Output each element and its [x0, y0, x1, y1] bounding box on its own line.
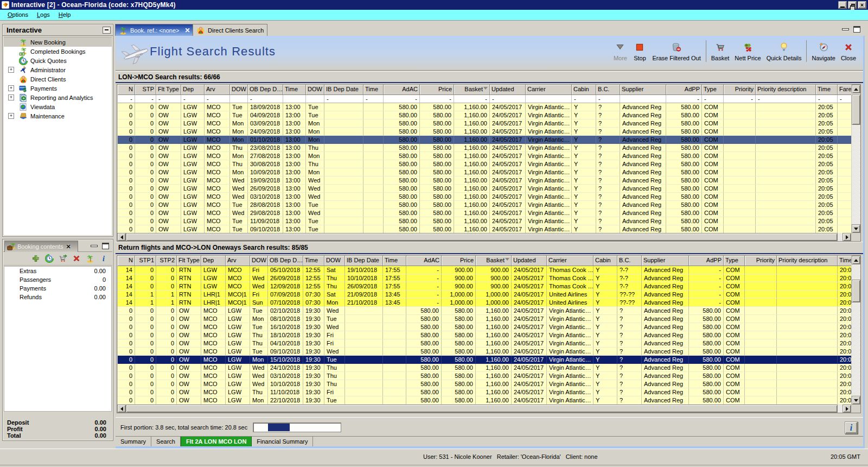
column-header-priority-description[interactable]: Priority description [756, 85, 816, 95]
column-header-time[interactable]: Time [816, 85, 838, 95]
scroll-thumb[interactable] [852, 280, 860, 302]
column-header-type[interactable]: Type [724, 256, 745, 266]
palm-small-icon[interactable] [85, 254, 94, 263]
column-header-supplier[interactable]: Supplier [642, 256, 689, 266]
return-grid-row[interactable]: 000OWMCOLGWMon22/10/201819:30Tue580.0058… [118, 396, 851, 405]
outbound-grid-row[interactable]: 00OWLGWMCOThu30/08/201813:00Thu580.00580… [118, 160, 851, 168]
column-header-updated[interactable]: Updated [512, 256, 547, 266]
scroll-thumb[interactable] [126, 405, 838, 413]
filter-cell[interactable]: - [702, 95, 724, 103]
filter-cell[interactable]: - [420, 95, 454, 103]
sidebar-item-payments[interactable]: + $Payments [4, 84, 112, 93]
filter-cell[interactable]: - [756, 95, 816, 103]
booking-item-passengers[interactable]: Passengers0 [4, 275, 111, 284]
filter-cell[interactable] [306, 95, 324, 103]
scroll-up-button[interactable] [852, 256, 860, 264]
column-header-ib-dep-date[interactable]: IB Dep Date [324, 85, 363, 95]
scroll-right-button[interactable] [843, 405, 851, 413]
filter-cell[interactable]: - [490, 95, 526, 103]
booking-item-refunds[interactable]: Refunds0.00 [4, 293, 111, 301]
return-grid-row[interactable]: 000OWMCOLGWWed10/10/201819:30Thu580.0058… [118, 380, 851, 388]
mdi-maximize-icon[interactable] [853, 26, 860, 33]
column-header-b-c[interactable]: B.C. [617, 256, 642, 266]
scroll-left-button[interactable] [117, 405, 126, 413]
panel-minimize-icon[interactable] [91, 245, 98, 247]
close-button[interactable]: Close [838, 39, 859, 62]
outbound-grid-filter-row[interactable]: -------------------- [118, 95, 851, 103]
add-icon[interactable] [31, 254, 40, 263]
quick-details-button[interactable]: Quick Details [764, 39, 805, 62]
expand-icon[interactable]: + [8, 85, 14, 91]
column-header-stp[interactable]: STP [135, 85, 156, 95]
return-grid-row[interactable]: 000OWMCOLGWThu04/10/201819:30Fri580.0058… [118, 339, 851, 348]
navigate-button[interactable]: Navigate [809, 39, 838, 62]
column-header-flt-type[interactable]: Flt Type [177, 256, 201, 266]
sidebar-item-administrator[interactable]: + Administrator [4, 65, 112, 74]
column-header-ob-dep-d[interactable]: OB Dep D… [268, 256, 303, 266]
expand-icon[interactable]: + [8, 94, 14, 100]
close-button[interactable]: × [858, 1, 866, 9]
column-header-dow[interactable]: DOW [250, 256, 268, 266]
column-header-stp2[interactable]: STP2 [156, 256, 177, 266]
filter-cell[interactable]: - [838, 95, 851, 103]
sidebar-item-direct-clients[interactable]: Direct Clients [4, 74, 112, 84]
return-grid-row[interactable]: 000OWMCOLGWTue02/10/201819:30Wed580.0058… [118, 307, 851, 315]
column-header-priority-description[interactable]: Priority description [777, 256, 838, 266]
filter-cell[interactable]: - [181, 95, 205, 103]
outbound-grid-row[interactable]: 00OWLGWMCOMon27/08/201813:00Mon580.00580… [118, 152, 851, 160]
column-header-time[interactable]: Time [283, 85, 306, 95]
filter-cell[interactable] [526, 95, 572, 103]
scroll-up-button[interactable] [852, 85, 860, 93]
filter-cell[interactable]: - [248, 95, 283, 103]
column-header-stp1[interactable]: STP1 [135, 256, 156, 266]
outbound-grid-row[interactable]: 00OWLGWMCOMon24/09/201813:00Mon580.00580… [118, 128, 851, 136]
outbound-grid-row[interactable]: 00OWLGWMCOTue11/09/201813:00Tue580.00580… [118, 217, 851, 225]
filter-cell[interactable]: - [135, 95, 156, 103]
column-header-b-c[interactable]: B.C. [596, 85, 620, 95]
nett-price-button[interactable]: Nett Price [732, 39, 763, 62]
column-header-adac[interactable]: AdAC [384, 85, 420, 95]
column-header-time[interactable]: Time [363, 85, 384, 95]
tab-direct-clients-search[interactable]: Direct Clients Search [193, 24, 267, 36]
return-grid-row[interactable]: 1411RTNLHR|1MCO|1Sun07/10/201807:30Mon21… [118, 299, 851, 307]
filter-cell[interactable]: - [156, 95, 181, 103]
outbound-grid-row[interactable]: 00OWLGWMCOWed19/09/201813:00Wed580.00580… [118, 176, 851, 185]
menu-help[interactable]: Help [54, 10, 75, 20]
panel-maximize-icon[interactable] [102, 243, 109, 249]
info-button[interactable]: i [845, 421, 858, 434]
minimize-button[interactable] [838, 1, 847, 9]
column-header-supplier[interactable]: Supplier [620, 85, 666, 95]
scroll-right-button[interactable] [843, 233, 851, 241]
column-header-price[interactable]: Price [442, 256, 476, 266]
bottom-tab-financial-summary[interactable]: Financial Summary [252, 437, 313, 446]
booking-item-extras[interactable]: Extras0.00 [4, 267, 111, 275]
filter-cell[interactable]: - [363, 95, 384, 103]
filter-cell[interactable]: - [666, 95, 702, 103]
column-header-fare[interactable]: Fare [838, 85, 851, 95]
filter-cell[interactable] [620, 95, 666, 103]
column-header-basket[interactable]: Basket [454, 85, 490, 95]
return-grid-row[interactable]: 000OWMCOLGWMon08/10/201819:30Tue580.0058… [118, 315, 851, 323]
column-header-n[interactable]: N [118, 85, 135, 95]
column-header-dow[interactable]: DOW [230, 85, 248, 95]
column-header-dep[interactable]: Dep [181, 85, 205, 95]
column-header-adac[interactable]: AdAC [406, 256, 442, 266]
filter-cell[interactable]: - [816, 95, 838, 103]
filter-cell[interactable]: - [384, 95, 420, 103]
return-grid-row[interactable]: 000OWMCOLGWTue09/10/201819:30Wed580.0058… [118, 348, 851, 356]
column-header-time[interactable]: Time [383, 256, 406, 266]
return-grid-horizontal-scrollbar[interactable] [117, 405, 851, 413]
outbound-grid-row[interactable]: 00OWLGWMCOTue04/09/201813:00Tue580.00580… [118, 111, 851, 119]
return-grid-row[interactable]: 1400RTNLGWMCOWed12/09/201812:55Thu26/09/… [118, 282, 851, 291]
mdi-minimize-icon[interactable] [842, 28, 849, 30]
filter-cell[interactable] [283, 95, 306, 103]
sidebar-item-completed-bookings[interactable]: Completed Bookings [4, 47, 112, 56]
scroll-down-button[interactable] [852, 224, 860, 233]
column-header-cabin[interactable]: Cabin [593, 256, 617, 266]
menu-logs[interactable]: Logs [33, 10, 54, 20]
column-header-cabin[interactable]: Cabin [572, 85, 596, 95]
tab-book-ref-none[interactable]: Book. ref.: <none>✕ [115, 24, 194, 36]
column-header-basket[interactable]: Basket [476, 256, 512, 266]
filter-cell[interactable]: - [572, 95, 596, 103]
filter-cell[interactable]: - [205, 95, 230, 103]
